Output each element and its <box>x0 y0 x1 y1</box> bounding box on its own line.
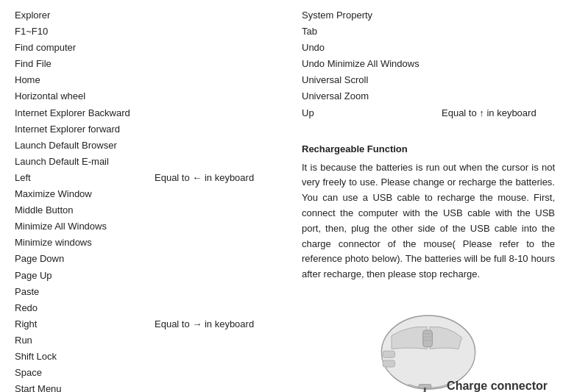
list-item-label: Universal Scroll <box>302 72 420 88</box>
list-item: Explorer <box>15 7 302 24</box>
list-item-label: Launch Default Browser <box>15 138 132 154</box>
list-item: Tab <box>302 24 562 40</box>
list-item: Undo <box>302 40 562 56</box>
list-item-label: F1~F10 <box>15 24 132 40</box>
list-item-label: Maximize Window <box>15 186 132 202</box>
list-item: Redo <box>15 300 302 316</box>
list-item-note: Equal to → in keyboard <box>155 316 254 332</box>
list-item-label: Find File <box>15 56 132 72</box>
list-item: Page Down <box>15 251 302 267</box>
list-item: Internet Explorer Backward <box>15 105 302 121</box>
list-item: Shift Lock <box>15 349 302 365</box>
list-item: Find File <box>15 56 302 72</box>
list-item-label: Up <box>302 105 420 121</box>
svg-rect-6 <box>383 360 394 367</box>
list-item: Minimize windows <box>15 235 302 251</box>
list-item-note: Equal to ← in keyboard <box>155 170 254 186</box>
list-item: Home <box>15 72 302 88</box>
list-item: LeftEqual to ← in keyboard <box>15 170 302 186</box>
list-item-label: Space <box>15 365 132 381</box>
list-item-label: Undo Minimize All Windows <box>302 56 420 72</box>
list-item-label: Launch Default E-mail <box>15 154 132 170</box>
list-item-label: Internet Explorer Backward <box>15 105 132 121</box>
list-item-label: Find computer <box>15 40 132 56</box>
list-item: Space <box>15 365 302 381</box>
list-item-label: Horizontal wheel <box>15 88 132 104</box>
list-item: Page Up <box>15 268 302 284</box>
svg-rect-1 <box>423 330 433 347</box>
svg-point-0 <box>381 316 475 389</box>
list-item: Middle Button <box>15 202 302 218</box>
list-item-label: Explorer <box>15 7 132 24</box>
mouse-illustration <box>355 297 502 392</box>
list-item-label: Paste <box>15 284 132 300</box>
charge-connector-label: Charge connector <box>447 379 548 392</box>
list-item: Maximize Window <box>15 186 302 202</box>
list-item: Run <box>15 332 302 349</box>
list-item-label: Tab <box>302 24 420 40</box>
list-item-label: Page Up <box>15 268 132 284</box>
svg-rect-5 <box>383 351 394 357</box>
list-item-label: Undo <box>302 40 420 56</box>
list-item: Universal Scroll <box>302 72 562 88</box>
list-item: UpEqual to ↑ in keyboard <box>302 105 562 121</box>
list-item: F1~F10 <box>15 24 302 40</box>
rechargeable-title: Rechargeable Function <box>302 143 555 154</box>
list-item: Paste <box>15 284 302 300</box>
right-column: System PropertyTabUndoUndo Minimize All … <box>302 7 562 392</box>
list-item-label: Minimize windows <box>15 235 132 251</box>
list-item-label: Left <box>15 170 132 186</box>
left-column: ExplorerF1~F10Find computerFind FileHome… <box>15 7 302 392</box>
rechargeable-section: Rechargeable Function It is because the … <box>302 143 562 392</box>
rechargeable-body: It is because the batteries is run out w… <box>302 160 555 282</box>
list-item: Find computer <box>15 40 302 56</box>
list-item: Horizontal wheel <box>15 88 302 104</box>
list-item: Launch Default Browser <box>15 138 302 154</box>
mouse-image-container: Charge connector <box>302 297 555 392</box>
list-item-label: Home <box>15 72 132 88</box>
list-item: Undo Minimize All Windows <box>302 56 562 72</box>
list-item-label: Shift Lock <box>15 349 132 365</box>
list-item: Launch Default E-mail <box>15 154 302 170</box>
list-item-label: System Property <box>302 7 420 24</box>
list-item-note: Equal to ↑ in keyboard <box>442 105 537 121</box>
list-item-label: Right <box>15 316 132 332</box>
list-item-label: Minimize All Windows <box>15 218 132 235</box>
list-item: Internet Explorer forward <box>15 121 302 138</box>
list-item: Universal Zoom <box>302 88 562 104</box>
list-item-label: Run <box>15 332 132 349</box>
list-item: System Property <box>302 7 562 24</box>
list-item-label: Middle Button <box>15 202 132 218</box>
list-item: RightEqual to → in keyboard <box>15 316 302 332</box>
list-item-label: Page Down <box>15 251 132 267</box>
list-item-label: Internet Explorer forward <box>15 121 132 138</box>
list-item: Start Menu <box>15 381 302 392</box>
list-item-label: Universal Zoom <box>302 88 420 104</box>
list-item: Minimize All Windows <box>15 218 302 235</box>
list-item-label: Start Menu <box>15 381 132 392</box>
list-item-label: Redo <box>15 300 132 316</box>
